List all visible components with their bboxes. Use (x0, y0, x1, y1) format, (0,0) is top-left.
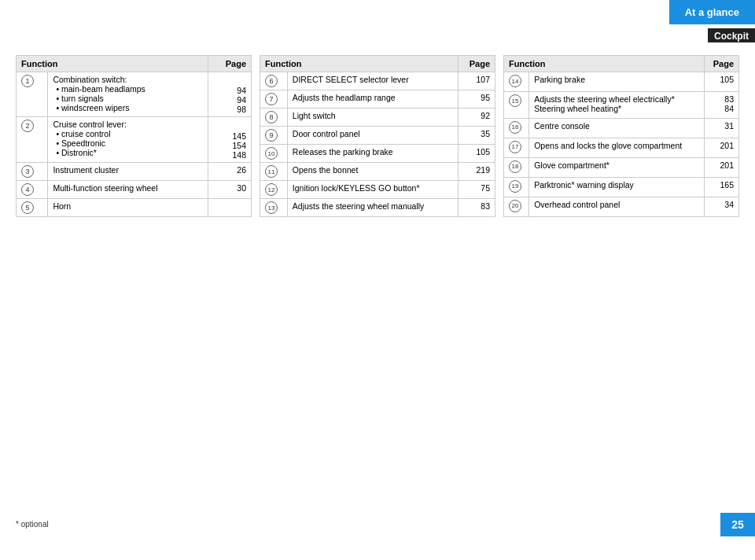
row-page: 31 (705, 118, 739, 138)
row-num: 5 (17, 198, 48, 216)
row-function: DIRECT SELECT selector lever (287, 72, 458, 90)
table-row: 13 Adjusts the steering wheel manually 8… (260, 199, 495, 217)
table-row: 20 Overhead control panel 34 (504, 197, 739, 216)
row-function: Releases the parking brake (287, 145, 458, 163)
row-function: Adjusts the steering wheel electrically*… (529, 92, 705, 119)
table-row: 10 Releases the parking brake 105 (260, 145, 495, 163)
row-function: Opens the bonnet (287, 163, 458, 181)
table1: Function Page 1 Combination switch: • ma… (16, 55, 252, 217)
table-row: 9 Door control panel 35 (260, 127, 495, 145)
row-page (208, 198, 252, 216)
row-function: Cruise control lever: • cruise control •… (48, 117, 208, 162)
row-num: 2 (17, 117, 48, 162)
row-function: Adjusts the steering wheel manually (287, 199, 458, 217)
row-function: Parktronic* warning display (529, 177, 705, 197)
row-page: 35 (458, 127, 495, 145)
row-function: Door control panel (287, 127, 458, 145)
table3-page-header: Page (705, 56, 739, 72)
table2-function-header: Function (260, 56, 459, 72)
table-row: 11 Opens the bonnet 219 (260, 163, 495, 181)
table-row: 1 Combination switch: • main-beam headla… (17, 72, 252, 117)
table3-function-header: Function (504, 56, 705, 72)
table-row: 12 Ignition lock/KEYLESS GO button* 75 (260, 181, 495, 199)
table-row: 14 Parking brake 105 (504, 72, 739, 92)
row-function: Opens and locks the glove compartment (529, 138, 705, 157)
row-num: 19 (504, 177, 529, 197)
table-row: 2 Cruise control lever: • cruise control… (17, 117, 252, 162)
row-num: 20 (504, 197, 529, 216)
row-num: 14 (504, 72, 529, 92)
row-num: 4 (17, 180, 48, 198)
row-page: 30 (208, 180, 252, 198)
row-num: 17 (504, 138, 529, 157)
row-function: Horn (48, 198, 208, 216)
row-num: 16 (504, 118, 529, 138)
table-row: 8 Light switch 92 (260, 109, 495, 127)
table-row: 18 Glove compartment* 201 (504, 157, 739, 177)
table-row: 16 Centre console 31 (504, 118, 739, 138)
row-page: 201 (705, 157, 739, 177)
table2-page-header: Page (458, 56, 495, 72)
row-function: Instrument cluster (48, 162, 208, 180)
row-page: 95 (458, 90, 495, 109)
row-num: 1 (17, 72, 48, 117)
row-page: 8384 (705, 92, 739, 119)
row-function: Combination switch: • main-beam headlamp… (48, 72, 208, 117)
row-function: Ignition lock/KEYLESS GO button* (287, 181, 458, 199)
header-bar: At a glance (669, 0, 755, 24)
row-num: 13 (260, 199, 288, 217)
footer-note: * optional (16, 520, 49, 529)
row-num: 10 (260, 145, 288, 163)
row-function: Light switch (287, 109, 458, 127)
row-page: 94 94 98 (208, 72, 252, 117)
row-page: 201 (705, 138, 739, 157)
table-row: 4 Multi-function steering wheel 30 (17, 180, 252, 198)
row-num: 7 (260, 90, 288, 109)
row-num: 18 (504, 157, 529, 177)
table-row: 17 Opens and locks the glove compartment… (504, 138, 739, 157)
row-page: 145 154 148 (208, 117, 252, 162)
row-page: 92 (458, 109, 495, 127)
row-page: 165 (705, 177, 739, 197)
row-function: Glove compartment* (529, 157, 705, 177)
row-function: Centre console (529, 118, 705, 138)
row-num: 12 (260, 181, 288, 199)
row-num: 11 (260, 163, 288, 181)
table3: Function Page 14 Parking brake 105 15 Ad… (503, 55, 739, 217)
row-page: 26 (208, 162, 252, 180)
table-row: 15 Adjusts the steering wheel electrical… (504, 92, 739, 119)
row-num: 9 (260, 127, 288, 145)
row-num: 8 (260, 109, 288, 127)
row-page: 83 (458, 199, 495, 217)
row-page: 75 (458, 181, 495, 199)
row-page: 105 (705, 72, 739, 92)
table-row: 19 Parktronic* warning display 165 (504, 177, 739, 197)
page-badge: 25 (720, 513, 755, 536)
tables-container: Function Page 1 Combination switch: • ma… (16, 55, 739, 217)
table-row: 5 Horn (17, 198, 252, 216)
header-title: At a glance (685, 6, 739, 18)
table-row: 3 Instrument cluster 26 (17, 162, 252, 180)
table-row: 6 DIRECT SELECT selector lever 107 (260, 72, 495, 90)
table-row: 7 Adjusts the headlamp range 95 (260, 90, 495, 109)
row-function: Multi-function steering wheel (48, 180, 208, 198)
table1-page-header: Page (208, 56, 252, 72)
row-page: 219 (458, 163, 495, 181)
row-page: 107 (458, 72, 495, 90)
row-function: Adjusts the headlamp range (287, 90, 458, 109)
row-page: 105 (458, 145, 495, 163)
row-num: 15 (504, 92, 529, 119)
row-num: 3 (17, 162, 48, 180)
table2: Function Page 6 DIRECT SELECT selector l… (260, 55, 495, 217)
row-page: 34 (705, 197, 739, 216)
row-num: 6 (260, 72, 288, 90)
table1-function-header: Function (17, 56, 208, 72)
section-title: Cockpit (714, 31, 749, 42)
row-function: Overhead control panel (529, 197, 705, 216)
row-function: Parking brake (529, 72, 705, 92)
